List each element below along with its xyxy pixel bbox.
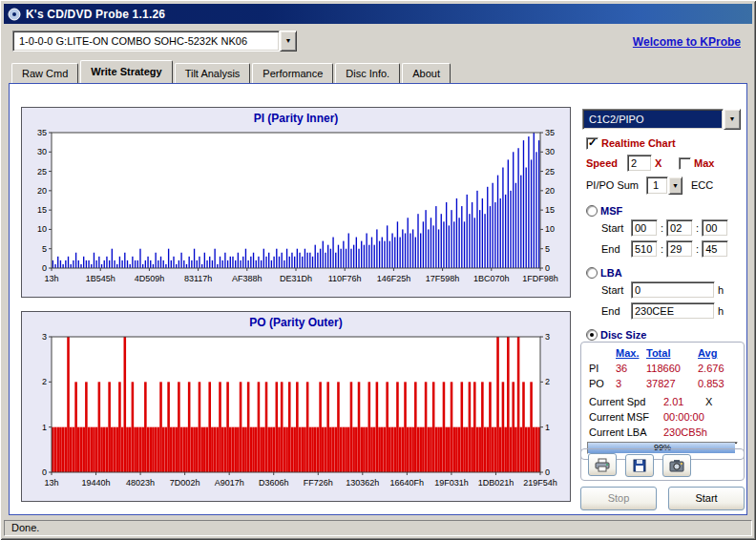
msf-radio[interactable]	[586, 205, 598, 217]
app-icon	[8, 8, 21, 21]
po-chart-svg: 0011223313h19440h48023h7D002hA9017hD3606…	[23, 329, 569, 495]
svg-text:17F598h: 17F598h	[426, 274, 460, 283]
svg-text:1DB021h: 1DB021h	[478, 478, 514, 488]
dropdown-arrow-icon[interactable]: ▼	[280, 31, 297, 52]
tab-tilt-analysis[interactable]: Tilt Analysis	[175, 63, 251, 83]
snapshot-button[interactable]	[662, 454, 691, 477]
pipo-sum-combobox[interactable]: 1 ▼	[646, 177, 682, 195]
stats-po-avg: 0.853	[698, 378, 740, 389]
tab-write-strategy[interactable]: Write Strategy	[80, 60, 172, 83]
realtime-checkbox[interactable]	[586, 137, 598, 150]
current-spd-label: Current Spd	[589, 396, 663, 407]
msf-start-sec-input[interactable]	[666, 219, 693, 237]
speed-unit: X	[655, 157, 668, 169]
msf-end-sec-input[interactable]	[666, 240, 693, 258]
lba-start-input[interactable]	[631, 281, 715, 299]
svg-text:30: 30	[37, 147, 47, 156]
lba-end-input[interactable]	[631, 302, 715, 320]
print-button[interactable]	[588, 453, 617, 476]
tab-about[interactable]: About	[402, 63, 451, 83]
svg-text:FF726h: FF726h	[304, 478, 333, 488]
drive-combobox[interactable]: 1-0-0-0 G:LITE-ON COMBO SOHC-5232K NK06 …	[12, 31, 297, 52]
colon-separator: :	[661, 222, 663, 234]
svg-text:7D002h: 7D002h	[170, 478, 200, 488]
svg-text:1BC070h: 1BC070h	[473, 274, 510, 283]
svg-text:2: 2	[42, 377, 47, 386]
mode-combobox-value: C1C2/PIPO	[582, 109, 724, 130]
msf-start-label: Start	[601, 222, 628, 234]
svg-text:1: 1	[42, 423, 47, 432]
po-chart-title: PO (Parity Outer)	[22, 312, 570, 329]
msf-end-frame-input[interactable]	[702, 240, 728, 258]
pi-chart-title: PI (Parity Inner)	[22, 108, 570, 125]
lba-radio-row: LBA	[586, 264, 622, 281]
stats-pi-label: PI	[589, 363, 616, 374]
svg-text:15: 15	[545, 205, 555, 215]
svg-text:10: 10	[37, 224, 47, 234]
pi-chart: PI (Parity Inner) 0055101015152020252530…	[21, 107, 571, 298]
titlebar[interactable]: K's CD/DVD Probe 1.1.26	[4, 4, 752, 24]
svg-text:15: 15	[37, 205, 47, 215]
msf-start-row: Start : :	[601, 219, 728, 237]
svg-text:19440h: 19440h	[82, 478, 111, 488]
svg-text:D3606h: D3606h	[259, 478, 289, 488]
stats-pi-avg: 2.676	[698, 363, 740, 374]
printer-icon	[595, 458, 610, 472]
svg-text:130362h: 130362h	[346, 478, 379, 488]
svg-text:219F54h: 219F54h	[523, 478, 557, 488]
lba-end-unit: h	[718, 305, 724, 317]
svg-text:3: 3	[545, 332, 550, 342]
current-lba-value: 230CB5h	[663, 426, 707, 438]
save-button[interactable]	[625, 454, 654, 477]
lba-radio[interactable]	[586, 267, 598, 279]
pipo-sum-label: PI/PO Sum	[586, 179, 643, 191]
max-checkbox[interactable]	[679, 157, 691, 170]
svg-text:0: 0	[42, 263, 47, 273]
current-spd-row: Current Spd 2.01 X	[589, 396, 712, 407]
disc-size-label: Disc Size	[600, 329, 646, 341]
svg-text:10: 10	[545, 224, 555, 234]
svg-text:13h: 13h	[44, 478, 58, 488]
mode-combobox[interactable]: C1C2/PIPO ▼	[582, 109, 741, 130]
svg-text:0: 0	[42, 467, 47, 477]
tab-raw-cmd[interactable]: Raw Cmd	[11, 63, 78, 83]
speed-input[interactable]	[627, 155, 652, 172]
svg-text:20: 20	[37, 186, 47, 196]
svg-text:25: 25	[545, 167, 555, 177]
svg-text:30: 30	[545, 147, 555, 156]
svg-text:DE31Dh: DE31Dh	[280, 274, 312, 283]
mode-dropdown-arrow-icon[interactable]: ▼	[724, 109, 741, 130]
svg-text:25: 25	[37, 167, 47, 177]
current-msf-value: 00:00:00	[663, 411, 704, 423]
msf-start-frame-input[interactable]	[702, 219, 728, 237]
svg-text:1: 1	[545, 423, 550, 432]
msf-end-min-input[interactable]	[631, 240, 658, 258]
tab-performance[interactable]: Performance	[252, 63, 333, 83]
status-bar: Done.	[4, 520, 752, 536]
msf-start-min-input[interactable]	[631, 219, 658, 237]
content-panel: PI (Parity Inner) 0055101015152020252530…	[9, 83, 747, 515]
msf-label: MSF	[600, 205, 622, 217]
svg-text:0: 0	[545, 263, 550, 273]
welcome-link[interactable]: Welcome to KProbe	[633, 35, 741, 49]
speed-label: Speed	[586, 157, 624, 169]
colon-separator: :	[661, 243, 663, 255]
camera-icon	[669, 459, 684, 472]
colon-separator: :	[696, 222, 699, 234]
save-icon	[633, 459, 646, 472]
svg-text:48023h: 48023h	[126, 478, 155, 488]
current-msf-label: Current MSF	[589, 411, 663, 423]
lba-start-unit: h	[718, 284, 724, 296]
svg-text:3: 3	[42, 332, 47, 342]
ecc-label: ECC	[691, 179, 713, 191]
svg-text:2: 2	[545, 377, 550, 386]
svg-text:146F25h: 146F25h	[377, 274, 411, 283]
pipo-dropdown-arrow-icon[interactable]: ▼	[668, 177, 682, 195]
svg-text:13h: 13h	[44, 274, 58, 283]
stats-po-label: PO	[589, 378, 616, 389]
disc-size-radio[interactable]	[586, 329, 598, 341]
start-button[interactable]: Start	[668, 487, 745, 510]
stop-button[interactable]: Stop	[580, 487, 657, 510]
tab-disc-info[interactable]: Disc Info.	[335, 63, 400, 83]
svg-text:35: 35	[545, 128, 555, 137]
